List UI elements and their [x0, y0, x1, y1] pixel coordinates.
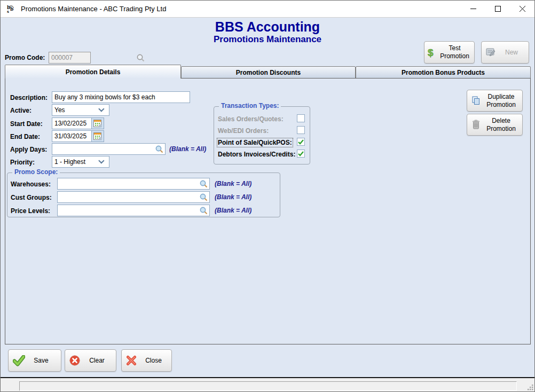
active-value: Yes [54, 106, 65, 114]
duplicate-promotion-label: Duplicate Promotion [484, 93, 522, 109]
active-select[interactable]: Yes [52, 104, 109, 116]
dollar-icon: $ [424, 46, 438, 58]
chevron-down-icon [98, 158, 104, 163]
tab-promotion-bonus-products-label: Promotion Bonus Products [402, 69, 485, 76]
search-icon[interactable] [136, 53, 145, 62]
promo-code-lookup [49, 52, 91, 64]
check-icon [298, 139, 304, 145]
price-levels-label: Price Levels: [11, 207, 50, 215]
promo-scope-group: Promo Scope: Warehouses: (Blank = All) C… [7, 173, 280, 217]
warehouses-hint: (Blank = All) [215, 180, 251, 187]
apply-days-input[interactable] [52, 145, 155, 153]
tab-promotion-details[interactable]: Promotion Details [5, 65, 181, 79]
delete-promotion-label: Delete Promotion [484, 117, 522, 133]
search-icon[interactable] [199, 193, 208, 202]
app-logo-icon: b b s [6, 4, 16, 14]
test-promotion-label: Test Promotion [438, 44, 474, 60]
end-date-label: End Date: [10, 133, 40, 140]
cust-groups-lookup [57, 191, 210, 203]
start-date-label: Start Date: [10, 120, 43, 128]
cust-groups-label: Cust Groups: [11, 194, 52, 201]
promo-scope-legend: Promo Scope: [12, 168, 60, 176]
app-title: BBS Accounting [1, 19, 534, 35]
web-edi-orders-label: Web/EDI Orders: [218, 127, 269, 135]
end-date-input[interactable] [52, 130, 91, 142]
transaction-types-group: Transaction Types: Sales Orders/Quotes: … [214, 106, 310, 164]
close-label: Close [141, 357, 171, 365]
clear-button[interactable]: Clear [65, 349, 116, 372]
transaction-types-legend: Transaction Types: [219, 102, 281, 109]
status-panel [19, 381, 517, 391]
cust-groups-hint: (Blank = All) [215, 193, 251, 201]
warehouses-input[interactable] [58, 180, 199, 187]
minimize-button[interactable] [461, 1, 485, 17]
priority-value: 1 - Highest [54, 158, 85, 166]
sales-orders-checkbox[interactable] [297, 114, 305, 122]
resize-grip[interactable] [526, 383, 534, 391]
svg-text:s: s [7, 9, 9, 14]
description-label: Description: [10, 94, 48, 101]
priority-label: Priority: [10, 159, 35, 166]
trash-icon [467, 120, 484, 130]
close-window-button[interactable]: Close [121, 349, 172, 372]
save-check-icon [9, 355, 29, 366]
calendar-icon[interactable] [91, 130, 104, 142]
search-icon[interactable] [199, 179, 208, 189]
search-icon[interactable] [199, 206, 208, 215]
apply-days-hint: (Blank = All) [169, 145, 206, 153]
sales-orders-label: Sales Orders/Quotes: [218, 115, 284, 123]
warehouses-label: Warehouses: [11, 181, 51, 188]
tab-promotion-bonus-products[interactable]: Promotion Bonus Products [356, 66, 531, 79]
clear-label: Clear [84, 357, 116, 365]
price-levels-hint: (Blank = All) [215, 207, 251, 214]
close-x-icon [122, 355, 141, 366]
test-promotion-button[interactable]: $ Test Promotion [424, 41, 475, 64]
status-bar [1, 377, 535, 392]
clear-icon [65, 355, 84, 366]
end-date-picker [52, 130, 104, 142]
tab-promotion-discounts-label: Promotion Discounts [236, 69, 301, 76]
point-of-sale-checkbox[interactable] [297, 138, 305, 146]
new-button[interactable]: New [481, 41, 529, 64]
duplicate-promotion-button[interactable]: Duplicate Promotion [467, 90, 523, 112]
promotion-details-panel: Description: Active: Yes Start Date: E [5, 78, 531, 344]
tab-promotion-discounts[interactable]: Promotion Discounts [181, 66, 356, 79]
apply-days-label: Apply Days: [10, 146, 47, 153]
start-date-picker [52, 117, 104, 129]
cust-groups-input[interactable] [58, 193, 199, 201]
price-levels-lookup [57, 205, 210, 216]
warehouses-lookup [57, 178, 210, 190]
active-label: Active: [10, 107, 32, 114]
delete-promotion-button[interactable]: Delete Promotion [467, 114, 523, 136]
window-controls [461, 1, 534, 17]
save-button[interactable]: Save [8, 349, 61, 372]
save-label: Save [29, 357, 61, 365]
web-edi-orders-checkbox[interactable] [297, 126, 305, 134]
tab-promotion-details-label: Promotion Details [66, 68, 121, 76]
apply-days-lookup [52, 143, 166, 155]
duplicate-icon [467, 96, 484, 106]
app-window: b b s Promotions Maintenance - ABC Tradi… [0, 0, 535, 392]
new-button-label: New [500, 49, 529, 57]
priority-select[interactable]: 1 - Highest [52, 156, 109, 168]
titlebar: b b s Promotions Maintenance - ABC Tradi… [1, 1, 534, 18]
promo-code-input[interactable] [49, 54, 136, 61]
new-note-icon [482, 48, 500, 57]
description-input[interactable] [52, 91, 190, 103]
start-date-input[interactable] [52, 117, 91, 129]
calendar-icon[interactable] [91, 117, 104, 129]
svg-text:$: $ [428, 47, 434, 58]
check-icon [298, 151, 304, 156]
search-icon[interactable] [155, 145, 164, 154]
maximize-button[interactable] [485, 1, 510, 17]
debtors-invoices-checkbox[interactable] [297, 150, 305, 158]
window-title: Promotions Maintenance - ABC Trading Pty… [21, 5, 166, 13]
promo-code-label: Promo Code: [5, 54, 45, 61]
price-levels-input[interactable] [58, 207, 199, 214]
point-of-sale-label: Point of Sale/QuickPOS: [218, 139, 292, 146]
close-button[interactable] [510, 1, 534, 17]
debtors-invoices-label: Debtors Invoices/Credits: [218, 151, 295, 158]
chevron-down-icon [98, 106, 104, 112]
